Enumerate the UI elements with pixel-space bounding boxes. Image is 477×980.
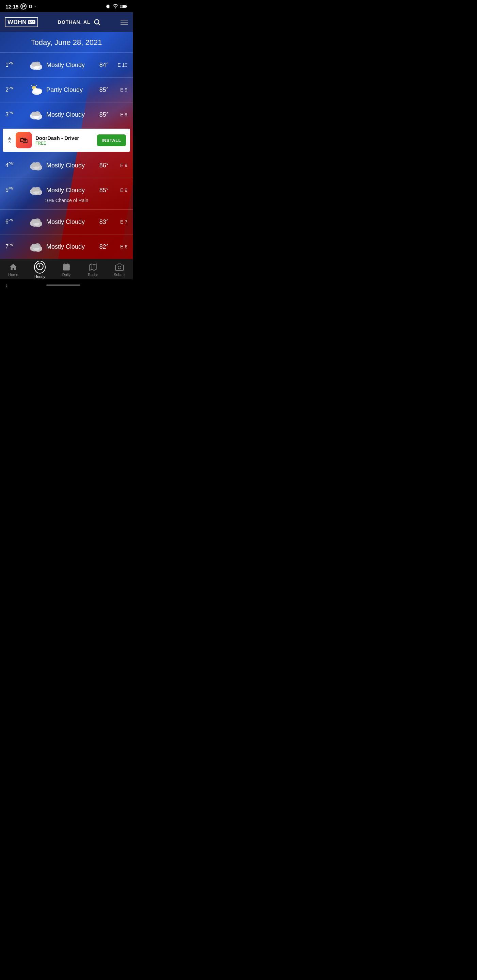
row-wind: E 9	[108, 87, 127, 92]
menu-icon[interactable]	[121, 20, 128, 24]
weather-row: 7PM Mostly Cloudy 82° E 6	[0, 234, 133, 259]
row-wind: E 9	[108, 188, 127, 193]
nav-item-radar[interactable]: Radar	[83, 263, 103, 277]
search-icon[interactable]	[93, 18, 101, 26]
nav-item-daily[interactable]: Daily	[56, 263, 77, 277]
svg-rect-5	[126, 6, 127, 8]
nav-item-home[interactable]: Home	[3, 263, 24, 277]
svg-rect-52	[66, 267, 67, 269]
row-condition: Mostly Cloudy	[46, 62, 86, 69]
svg-point-30	[34, 162, 40, 167]
hour-time: 1PM	[5, 62, 26, 68]
svg-rect-0	[107, 5, 110, 8]
map-icon	[89, 263, 97, 272]
dot-icon: ●	[34, 5, 36, 8]
google-icon: G	[29, 4, 32, 9]
vibrate-icon	[105, 4, 111, 9]
back-button[interactable]: ‹	[5, 282, 8, 289]
ad-price: FREE	[35, 141, 94, 146]
weather-row: 4PM Mostly Cloudy 86° E 9	[0, 153, 133, 178]
svg-point-57	[118, 266, 121, 269]
weather-row: 3PM Mostly Cloudy 85° E 9	[0, 102, 133, 127]
hour-time: 6PM	[5, 218, 26, 225]
hour-time: 3PM	[5, 111, 26, 118]
wifi-icon	[112, 4, 118, 9]
svg-point-40	[34, 218, 40, 223]
logo-text: WDHN	[8, 19, 27, 26]
home-pill[interactable]	[46, 285, 80, 286]
location-text: DOTHAN, AL	[58, 19, 91, 25]
date-header: Today, June 28, 2021	[0, 32, 133, 53]
svg-rect-1	[106, 5, 107, 7]
svg-point-35	[34, 187, 40, 192]
ad-install-button[interactable]: INSTALL	[97, 134, 126, 146]
weather-icon	[26, 184, 46, 196]
weather-icon	[26, 240, 46, 253]
logo-box: WDHN abc	[5, 18, 38, 27]
row-wind: E 9	[108, 163, 127, 168]
row-wind: E 7	[108, 219, 127, 224]
svg-marker-54	[89, 264, 96, 270]
status-left: 12:15 P G ●	[5, 3, 36, 10]
row-temp: 86°	[86, 162, 108, 169]
ad-text: DoorDash - Driver FREE	[35, 135, 94, 146]
svg-line-8	[98, 24, 100, 25]
row-wind: E 6	[108, 244, 127, 250]
weather-row: 6PM Mostly Cloudy 83° E 7	[0, 210, 133, 234]
row-temp: 84°	[86, 62, 108, 69]
weather-icon	[26, 59, 46, 71]
row-condition: Mostly Cloudy	[46, 243, 86, 250]
weather-row: 1PM Mostly Cloudy 84° E 10	[0, 53, 133, 78]
hour-time: 5PM	[5, 187, 26, 193]
row-condition: Mostly Cloudy	[46, 162, 86, 169]
hour-time: 7PM	[5, 243, 26, 250]
row-temp: 83°	[86, 218, 108, 226]
ad-indicator: ✕	[7, 137, 12, 143]
weather-icon	[26, 216, 46, 228]
nav-label-submit: Submit	[114, 272, 125, 277]
ad-title: DoorDash - Driver	[35, 135, 94, 141]
hourly-icon-circle	[34, 261, 46, 274]
svg-rect-51	[65, 267, 66, 269]
ad-banner[interactable]: ✕ 🛍 DoorDash - Driver FREE INSTALL	[3, 129, 130, 152]
ad-bag-icon: 🛍	[20, 135, 28, 145]
clock-icon	[35, 262, 44, 271]
row-condition: Mostly Cloudy	[46, 111, 86, 118]
status-bar: 12:15 P G ●	[0, 0, 133, 12]
weather-row: 2PM Partly Cloudy 85° E 9	[0, 78, 133, 102]
row-temp: 85°	[86, 187, 108, 194]
ad-app-icon: 🛍	[16, 132, 32, 148]
nav-item-hourly[interactable]: Hourly	[30, 261, 50, 279]
svg-rect-47	[63, 264, 70, 270]
main-content: Today, June 28, 2021 1PM Mostly Cloudy 8…	[0, 32, 133, 259]
svg-point-13	[34, 62, 40, 66]
bottom-bar: ‹	[0, 279, 133, 292]
bottom-nav: Home Hourly Daily Radar	[0, 259, 133, 279]
hour-time: 4PM	[5, 162, 26, 169]
calendar-icon	[62, 263, 71, 272]
row-wind: E 10	[108, 62, 127, 68]
svg-point-20	[33, 88, 39, 93]
nav-item-submit[interactable]: Submit	[109, 263, 130, 277]
app-header: WDHN abc DOTHAN, AL	[0, 12, 133, 32]
row-condition: Mostly Cloudy	[46, 218, 86, 226]
nav-label-home: Home	[8, 272, 18, 277]
abc-badge: abc	[28, 20, 35, 24]
camera-icon	[115, 263, 124, 272]
status-time: 12:15	[5, 4, 18, 10]
svg-rect-53	[67, 267, 69, 269]
row-condition: Mostly Cloudy	[46, 187, 86, 194]
weather-icon	[26, 84, 46, 96]
svg-rect-2	[110, 5, 110, 7]
weather-icon	[26, 159, 46, 172]
row-sub-text: 10% Chance of Rain	[5, 198, 127, 203]
weather-icon	[26, 108, 46, 121]
svg-point-7	[94, 20, 99, 24]
status-right-icons	[105, 4, 127, 9]
home-icon	[9, 263, 18, 272]
row-temp: 85°	[86, 86, 108, 94]
header-center[interactable]: DOTHAN, AL	[58, 18, 101, 26]
nav-label-radar: Radar	[88, 272, 98, 277]
hour-time: 2PM	[5, 86, 26, 93]
weather-row: 5PM Mostly Cloudy 85° E 9 10% Chance of …	[0, 178, 133, 210]
